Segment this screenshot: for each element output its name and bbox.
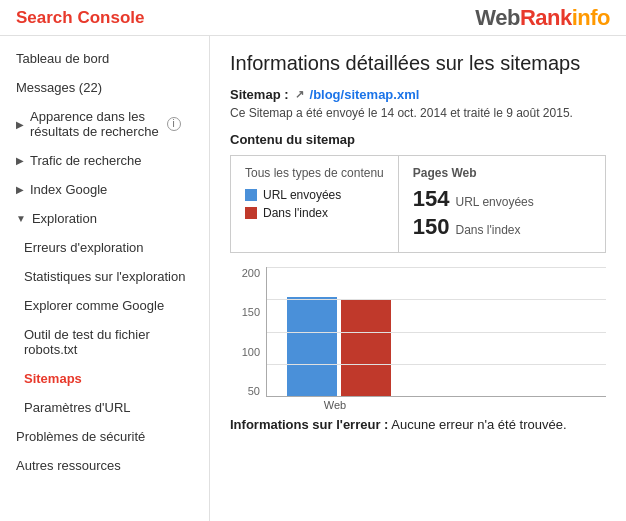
chart-wrapper: 200 150 100 50 Web: [230, 267, 606, 411]
sitemap-description: Ce Sitemap a été envoyé le 14 oct. 2014 …: [230, 106, 606, 120]
content-area: Informations détaillées sur les sitemaps…: [210, 36, 626, 521]
arrow-icon-exploration: ▼: [16, 213, 26, 224]
sidebar-item-explorer[interactable]: Explorer comme Google: [0, 291, 209, 320]
sitemap-legend: Tous les types de contenu URL envoyées D…: [231, 156, 399, 252]
bar-index: [341, 299, 391, 396]
sitemap-link[interactable]: /blog/sitemap.xml: [310, 87, 420, 102]
legend-label-url: URL envoyées: [263, 188, 341, 202]
sidebar-item-messages[interactable]: Messages (22): [0, 73, 209, 102]
sidebar-item-apparence[interactable]: ▶ Apparence dans lesrésultats de recherc…: [0, 102, 209, 146]
sidebar-item-erreurs[interactable]: Erreurs d'exploration: [0, 233, 209, 262]
sitemap-content-box: Tous les types de contenu URL envoyées D…: [230, 155, 606, 253]
sidebar-label-messages: Messages (22): [16, 80, 102, 95]
legend-item-index: Dans l'index: [245, 206, 384, 220]
sidebar-label-apparence: Apparence dans lesrésultats de recherche: [30, 109, 159, 139]
sidebar-label-trafic: Trafic de recherche: [30, 153, 142, 168]
arrow-icon-index: ▶: [16, 184, 24, 195]
chart-area: [266, 267, 606, 397]
logo: WebRankinfo: [475, 5, 610, 31]
error-note-bold: Informations sur l'erreur :: [230, 417, 388, 432]
sidebar-item-parametres[interactable]: Paramètres d'URL: [0, 393, 209, 422]
sidebar-label-ressources: Autres ressources: [16, 458, 121, 473]
sidebar-item-sitemaps[interactable]: Sitemaps: [0, 364, 209, 393]
legend-title: Tous les types de contenu: [245, 166, 384, 180]
logo-info: info: [572, 5, 610, 30]
sidebar-label-parametres: Paramètres d'URL: [24, 400, 131, 415]
stat-row-index: 150 Dans l'index: [413, 214, 534, 240]
legend-label-index: Dans l'index: [263, 206, 328, 220]
sidebar-label-statistiques: Statistiques sur l'exploration: [24, 269, 185, 284]
error-note-text: Aucune erreur n'a été trouvée.: [391, 417, 566, 432]
arrow-icon-trafic: ▶: [16, 155, 24, 166]
arrow-icon-apparence: ▶: [16, 119, 24, 130]
main-layout: Tableau de bord Messages (22) ▶ Apparenc…: [0, 36, 626, 521]
sidebar-label-explorer: Explorer comme Google: [24, 298, 164, 313]
info-icon-apparence[interactable]: i: [167, 117, 181, 131]
sidebar-label-robots: Outil de test du fichierrobots.txt: [24, 327, 150, 357]
sidebar-item-exploration[interactable]: ▼ Exploration: [0, 204, 209, 233]
gridline-200: [267, 267, 606, 268]
gridline-150: [267, 299, 606, 300]
sitemap-label-row: Sitemap : ↗ /blog/sitemap.xml: [230, 87, 606, 102]
sidebar-label-erreurs: Erreurs d'exploration: [24, 240, 144, 255]
y-label-150: 150: [230, 306, 260, 318]
page-title: Informations détaillées sur les sitemaps: [230, 52, 606, 75]
gridline-50: [267, 364, 606, 365]
sidebar-item-tableau[interactable]: Tableau de bord: [0, 44, 209, 73]
gridline-100: [267, 332, 606, 333]
app-title: Search Console: [16, 8, 145, 28]
logo-rank: Rank: [520, 5, 572, 30]
sitemap-label-text: Sitemap :: [230, 87, 289, 102]
sidebar-item-securite[interactable]: Problèmes de sécurité: [0, 422, 209, 451]
logo-web: Web: [475, 5, 520, 30]
y-label-100: 100: [230, 346, 260, 358]
stat-label-index: Dans l'index: [455, 223, 520, 237]
error-note: Informations sur l'erreur : Aucune erreu…: [230, 417, 606, 432]
y-axis-labels: 200 150 100 50: [230, 267, 264, 397]
stat-row-url: 154 URL envoyées: [413, 186, 534, 212]
legend-dot-blue: [245, 189, 257, 201]
sidebar-label-sitemaps: Sitemaps: [24, 371, 82, 386]
header: Search Console WebRankinfo: [0, 0, 626, 36]
sitemap-stats: Pages Web 154 URL envoyées 150 Dans l'in…: [399, 156, 548, 252]
y-label-200: 200: [230, 267, 260, 279]
x-axis-label: Web: [266, 397, 404, 411]
stat-num-index: 150: [413, 214, 450, 240]
sidebar-item-index[interactable]: ▶ Index Google: [0, 175, 209, 204]
sidebar-item-trafic[interactable]: ▶ Trafic de recherche: [0, 146, 209, 175]
sidebar-label-exploration: Exploration: [32, 211, 97, 226]
sidebar-item-robots[interactable]: Outil de test du fichierrobots.txt: [0, 320, 209, 364]
sidebar-label-tableau: Tableau de bord: [16, 51, 109, 66]
stat-num-url: 154: [413, 186, 450, 212]
bar-url: [287, 297, 337, 396]
sidebar-item-ressources[interactable]: Autres ressources: [0, 451, 209, 480]
stats-category: Pages Web: [413, 166, 534, 180]
sidebar: Tableau de bord Messages (22) ▶ Apparenc…: [0, 36, 210, 521]
sidebar-item-statistiques[interactable]: Statistiques sur l'exploration: [0, 262, 209, 291]
sidebar-label-securite: Problèmes de sécurité: [16, 429, 145, 444]
y-label-50: 50: [230, 385, 260, 397]
sidebar-label-index: Index Google: [30, 182, 107, 197]
legend-dot-red: [245, 207, 257, 219]
section-title: Contenu du sitemap: [230, 132, 606, 147]
legend-item-url: URL envoyées: [245, 188, 384, 202]
external-link-icon: ↗: [295, 88, 304, 101]
stat-label-url: URL envoyées: [455, 195, 533, 209]
